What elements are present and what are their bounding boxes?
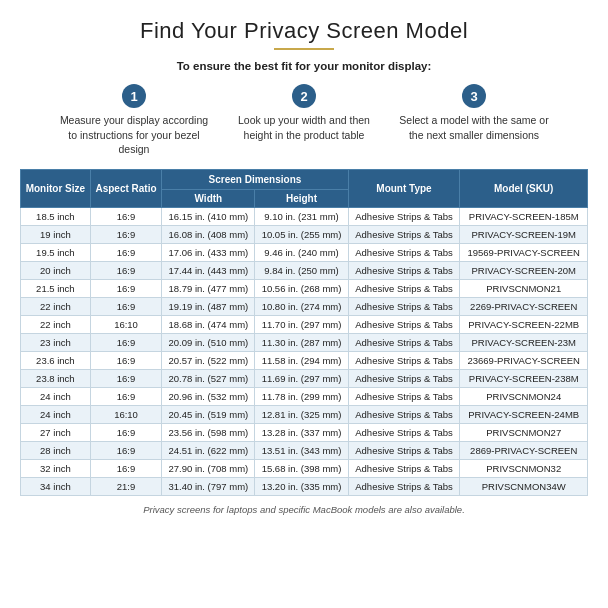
product-table: Monitor Size Aspect Ratio Screen Dimensi…: [20, 169, 588, 496]
col-aspect-ratio: Aspect Ratio: [90, 170, 162, 208]
table-cell: 28 inch: [21, 442, 91, 460]
table-cell: 13.20 in. (335 mm): [255, 478, 348, 496]
table-cell: Adhesive Strips & Tabs: [348, 244, 460, 262]
step-3-number: 3: [462, 84, 486, 108]
step-3: 3 Select a model with the same or the ne…: [389, 84, 559, 142]
col-monitor-size: Monitor Size: [21, 170, 91, 208]
table-cell: Adhesive Strips & Tabs: [348, 280, 460, 298]
title-underline: [274, 48, 334, 50]
table-cell: 16:9: [90, 460, 162, 478]
table-cell: Adhesive Strips & Tabs: [348, 478, 460, 496]
table-cell: 23 inch: [21, 334, 91, 352]
col-model-sku: Model (SKU): [460, 170, 588, 208]
table-row: 22 inch16:919.19 in. (487 mm)10.80 in. (…: [21, 298, 588, 316]
steps-row: 1 Measure your display according to inst…: [20, 84, 588, 157]
table-cell: 21:9: [90, 478, 162, 496]
col-height: Height: [255, 190, 348, 208]
table-cell: PRIVACY-SCREEN-19M: [460, 226, 588, 244]
table-cell: 17.06 in. (433 mm): [162, 244, 255, 262]
table-cell: 16:9: [90, 388, 162, 406]
table-cell: 23.6 inch: [21, 352, 91, 370]
table-cell: 15.68 in. (398 mm): [255, 460, 348, 478]
table-row: 24 inch16:920.96 in. (532 mm)11.78 in. (…: [21, 388, 588, 406]
table-cell: PRIVACY-SCREEN-24MB: [460, 406, 588, 424]
table-cell: 16:10: [90, 406, 162, 424]
table-cell: Adhesive Strips & Tabs: [348, 406, 460, 424]
table-cell: 16:10: [90, 316, 162, 334]
table-cell: Adhesive Strips & Tabs: [348, 352, 460, 370]
table-cell: 11.70 in. (297 mm): [255, 316, 348, 334]
table-cell: 2869-PRIVACY-SCREEN: [460, 442, 588, 460]
table-cell: Adhesive Strips & Tabs: [348, 226, 460, 244]
subtitle: To ensure the best fit for your monitor …: [177, 60, 432, 72]
table-cell: 11.58 in. (294 mm): [255, 352, 348, 370]
table-cell: 19569-PRIVACY-SCREEN: [460, 244, 588, 262]
table-cell: 16:9: [90, 244, 162, 262]
table-cell: Adhesive Strips & Tabs: [348, 424, 460, 442]
table-row: 34 inch21:931.40 in. (797 mm)13.20 in. (…: [21, 478, 588, 496]
table-cell: Adhesive Strips & Tabs: [348, 370, 460, 388]
table-cell: Adhesive Strips & Tabs: [348, 262, 460, 280]
table-row: 23.6 inch16:920.57 in. (522 mm)11.58 in.…: [21, 352, 588, 370]
table-cell: 16:9: [90, 208, 162, 226]
table-cell: Adhesive Strips & Tabs: [348, 316, 460, 334]
table-cell: 23.8 inch: [21, 370, 91, 388]
table-cell: 16:9: [90, 262, 162, 280]
table-row: 19 inch16:916.08 in. (408 mm)10.05 in. (…: [21, 226, 588, 244]
table-cell: 27 inch: [21, 424, 91, 442]
table-cell: 16:9: [90, 334, 162, 352]
table-cell: 20.96 in. (532 mm): [162, 388, 255, 406]
table-row: 19.5 inch16:917.06 in. (433 mm)9.46 in. …: [21, 244, 588, 262]
table-row: 32 inch16:927.90 in. (708 mm)15.68 in. (…: [21, 460, 588, 478]
table-cell: Adhesive Strips & Tabs: [348, 388, 460, 406]
table-cell: 20.78 in. (527 mm): [162, 370, 255, 388]
table-cell: PRIVACY-SCREEN-185M: [460, 208, 588, 226]
table-cell: 31.40 in. (797 mm): [162, 478, 255, 496]
table-row: 20 inch16:917.44 in. (443 mm)9.84 in. (2…: [21, 262, 588, 280]
table-cell: 16:9: [90, 280, 162, 298]
table-cell: 19.5 inch: [21, 244, 91, 262]
table-cell: 20.57 in. (522 mm): [162, 352, 255, 370]
table-cell: Adhesive Strips & Tabs: [348, 334, 460, 352]
table-cell: PRIVSCNMON27: [460, 424, 588, 442]
step-3-text: Select a model with the same or the next…: [397, 113, 551, 142]
table-cell: 18.5 inch: [21, 208, 91, 226]
table-cell: 20.45 in. (519 mm): [162, 406, 255, 424]
table-cell: 21.5 inch: [21, 280, 91, 298]
table-cell: 9.46 in. (240 mm): [255, 244, 348, 262]
table-cell: 16:9: [90, 298, 162, 316]
table-cell: PRIVACY-SCREEN-22MB: [460, 316, 588, 334]
table-cell: PRIVACY-SCREEN-20M: [460, 262, 588, 280]
table-row: 27 inch16:923.56 in. (598 mm)13.28 in. (…: [21, 424, 588, 442]
step-2: 2 Look up your width and then height in …: [219, 84, 389, 142]
table-row: 23 inch16:920.09 in. (510 mm)11.30 in. (…: [21, 334, 588, 352]
table-cell: 17.44 in. (443 mm): [162, 262, 255, 280]
table-cell: Adhesive Strips & Tabs: [348, 208, 460, 226]
table-cell: 2269-PRIVACY-SCREEN: [460, 298, 588, 316]
table-cell: Adhesive Strips & Tabs: [348, 298, 460, 316]
table-row: 23.8 inch16:920.78 in. (527 mm)11.69 in.…: [21, 370, 588, 388]
table-cell: 16:9: [90, 370, 162, 388]
table-cell: PRIVSCNMON34W: [460, 478, 588, 496]
table-cell: 10.05 in. (255 mm): [255, 226, 348, 244]
table-cell: Adhesive Strips & Tabs: [348, 442, 460, 460]
table-cell: PRIVSCNMON21: [460, 280, 588, 298]
table-cell: 19 inch: [21, 226, 91, 244]
step-2-number: 2: [292, 84, 316, 108]
table-cell: 20 inch: [21, 262, 91, 280]
table-cell: 23.56 in. (598 mm): [162, 424, 255, 442]
table-cell: PRIVACY-SCREEN-238M: [460, 370, 588, 388]
table-cell: 10.56 in. (268 mm): [255, 280, 348, 298]
table-row: 18.5 inch16:916.15 in. (410 mm)9.10 in. …: [21, 208, 588, 226]
footer-note: Privacy screens for laptops and specific…: [143, 504, 465, 515]
table-cell: 22 inch: [21, 298, 91, 316]
table-cell: 11.30 in. (287 mm): [255, 334, 348, 352]
table-cell: 11.78 in. (299 mm): [255, 388, 348, 406]
table-cell: 13.28 in. (337 mm): [255, 424, 348, 442]
table-cell: 27.90 in. (708 mm): [162, 460, 255, 478]
table-cell: 32 inch: [21, 460, 91, 478]
table-cell: 12.81 in. (325 mm): [255, 406, 348, 424]
table-row: 28 inch16:924.51 in. (622 mm)13.51 in. (…: [21, 442, 588, 460]
table-cell: PRIVACY-SCREEN-23M: [460, 334, 588, 352]
col-screen-dimensions: Screen Dimensions: [162, 170, 348, 190]
